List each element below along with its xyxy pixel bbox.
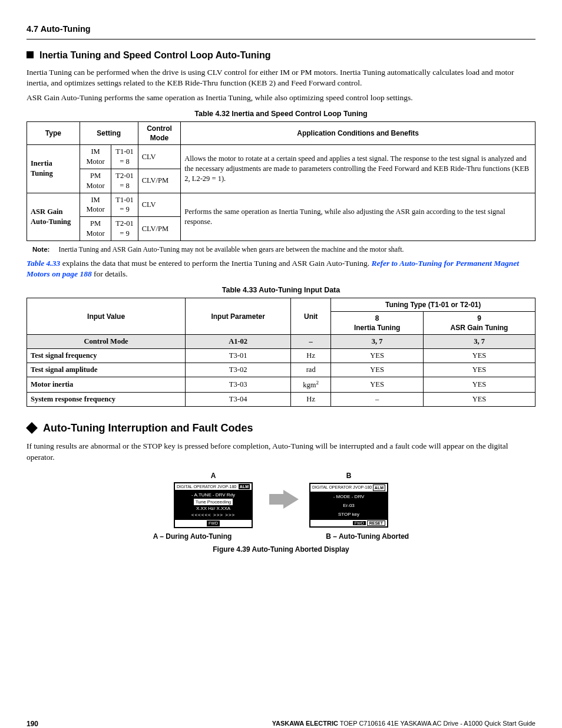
rule: [27, 39, 535, 39]
cell: T3-02: [186, 363, 291, 377]
cell: System response frequency: [27, 393, 186, 407]
cell: YES: [424, 393, 535, 407]
note-label: Note:: [32, 246, 49, 253]
text: explains the data that must be entered t…: [60, 259, 371, 268]
cell-app: Performs the same operation as Inertia T…: [181, 193, 535, 241]
cell: YES: [331, 349, 424, 363]
cell: T1-01 = 9: [111, 193, 138, 217]
th-type: Type: [27, 121, 80, 144]
cell: T3-01: [186, 349, 291, 363]
lcd-a: DIGITAL OPERATOR JVOP-180ALM - A.TUNE - …: [174, 482, 253, 528]
label-a: A: [174, 471, 253, 480]
th: Tuning Type (T1-01 or T2-01): [331, 298, 535, 311]
square-bullet-icon: [27, 51, 34, 58]
link-table433[interactable]: Table 4.33: [27, 259, 60, 268]
cell: CLV: [138, 193, 181, 217]
cell: 3, 7: [424, 335, 535, 349]
th: Input Parameter: [186, 298, 291, 335]
paragraph: If tuning results are abnormal or the ST…: [27, 441, 535, 462]
cell: Test signal frequency: [27, 349, 186, 363]
table-row: Test signal amplitude T3-02 rad YES YES: [27, 363, 535, 377]
note-text: Inertia Tuning and ASR Gain Auto-Tuning …: [58, 245, 404, 253]
cell: T3-04: [186, 393, 291, 407]
cell: T3-03: [186, 377, 291, 393]
table-row: Motor inertia T3-03 kgm2 YES YES: [27, 377, 535, 393]
cell: –: [331, 393, 424, 407]
cell: PM Motor: [80, 169, 111, 193]
page-footer: 190 YASKAWA ELECTRIC TOEP C710616 41E YA…: [27, 719, 535, 728]
alm-icon: ALM: [239, 484, 250, 489]
cell: IM Motor: [80, 145, 111, 169]
cell: CLV: [138, 145, 181, 169]
th-mode: Control Mode: [138, 121, 181, 144]
note: Note: Inertia Tuning and ASR Gain Auto-T…: [32, 245, 535, 255]
page-number: 190: [27, 719, 38, 728]
th: 8Inertia Tuning: [331, 312, 424, 335]
cell: Motor inertia: [27, 377, 186, 393]
cell-type: ASR Gain Auto-Tuning: [27, 193, 80, 241]
cell: YES: [424, 349, 535, 363]
cell: IM Motor: [80, 193, 111, 217]
paragraph: Inertia Tuning can be performed when the…: [27, 67, 535, 88]
cell: Hz: [291, 349, 331, 363]
table-caption: Table 4.33 Auto-Tuning Input Data: [27, 285, 535, 295]
cell: T2-01 = 9: [111, 217, 138, 241]
cell: Hz: [291, 393, 331, 407]
figure-caption: Figure 4.39 Auto-Tuning Aborted Display: [27, 545, 535, 554]
subheading-inertia: Inertia Tuning and Speed Control Loop Au…: [27, 49, 535, 62]
section-header: 4.7 Auto-Tuning: [27, 24, 535, 35]
cell-type: Inertia Tuning: [27, 145, 80, 193]
paragraph: Table 4.33 explains the data that must b…: [27, 258, 535, 279]
th-app: Application Conditions and Benefits: [181, 121, 535, 144]
table-row: Test signal frequency T3-01 Hz YES YES: [27, 349, 535, 363]
caption-b: B – Auto-Tuning Aborted: [326, 532, 409, 541]
th-setting: Setting: [80, 121, 138, 144]
lcd-b: DIGITAL OPERATOR JVOP-180ALM - MODE - DR…: [309, 483, 388, 528]
arrow-right-icon: [283, 490, 299, 509]
row-shaded: Control Mode A1-02 – 3, 7 3, 7: [27, 335, 535, 349]
paragraph: ASR Gain Auto-Tuning performs the same o…: [27, 93, 535, 103]
cell: 3, 7: [331, 335, 424, 349]
heading-text: Auto-Tuning Interruption and Fault Codes: [43, 421, 253, 435]
caption-a: A – During Auto-Tuning: [153, 532, 232, 541]
cell: Control Mode: [27, 335, 186, 349]
cell: YES: [331, 363, 424, 377]
cell: YES: [424, 363, 535, 377]
figure-439: A DIGITAL OPERATOR JVOP-180ALM - A.TUNE …: [27, 471, 535, 554]
cell: kgm2: [291, 377, 331, 393]
cell: A1-02: [186, 335, 291, 349]
table-433: Input Value Input Parameter Unit Tuning …: [27, 298, 535, 407]
th: Unit: [291, 298, 331, 335]
th: Input Value: [27, 298, 186, 335]
cell-app: Allows the motor to rotate at a certain …: [181, 145, 535, 193]
footer-text: YASKAWA ELECTRIC TOEP C710616 41E YASKAW…: [272, 719, 535, 728]
table-432: Type Setting Control Mode Application Co…: [27, 121, 535, 241]
cell: PM Motor: [80, 217, 111, 241]
text: for details.: [92, 269, 128, 278]
cell: YES: [424, 377, 535, 393]
cell: T2-01 = 8: [111, 169, 138, 193]
table-caption: Table 4.32 Inertia and Speed Control Loo…: [27, 109, 535, 119]
label-b: B: [309, 471, 388, 480]
cell: T1-01 = 8: [111, 145, 138, 169]
table-row: System response frequency T3-04 Hz – YES: [27, 393, 535, 407]
cell: CLV/PM: [138, 169, 181, 193]
cell: –: [291, 335, 331, 349]
cell: Test signal amplitude: [27, 363, 186, 377]
cell: YES: [331, 377, 424, 393]
cell: CLV/PM: [138, 217, 181, 241]
th: 9ASR Gain Tuning: [424, 312, 535, 335]
subheading-text: Inertia Tuning and Speed Control Loop Au…: [39, 49, 271, 62]
diamond-bullet-icon: [26, 422, 38, 434]
heading-fault-codes: Auto-Tuning Interruption and Fault Codes: [27, 421, 535, 435]
alm-icon: ALM: [373, 485, 385, 491]
cell: rad: [291, 363, 331, 377]
